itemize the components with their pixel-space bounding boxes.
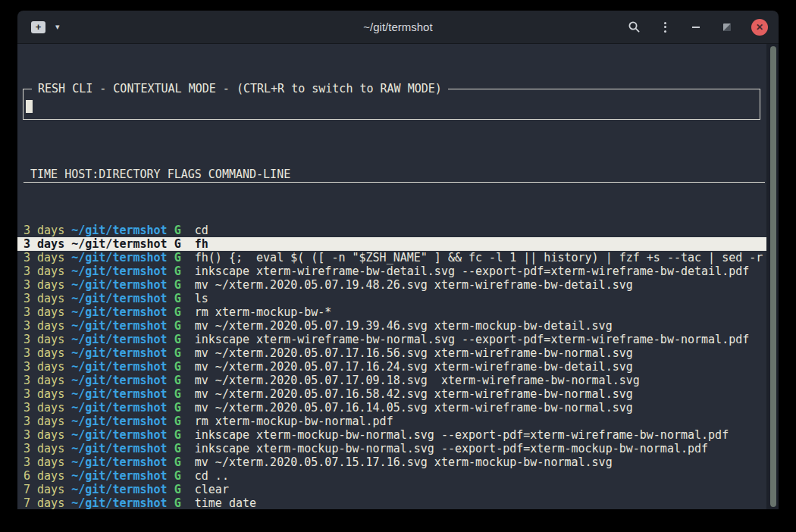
row-command: clear [195,483,229,496]
row-time: 3 days [24,346,64,360]
row-time: 3 days [24,237,64,251]
row-directory: ~/git/termshot [71,237,167,251]
search-button[interactable] [627,20,641,34]
row-directory: ~/git/termshot [71,292,167,305]
history-row[interactable]: 3 days ~/git/termshot G mv ~/xterm.2020.… [17,319,779,333]
row-command: cd [195,224,208,237]
row-command: fh() {; eval $( ([ -n "$ZSH_NAME" ] && f… [195,251,763,264]
row-directory: ~/git/termshot [71,496,167,509]
history-row[interactable]: 6 days ~/git/termshot G cd .. [17,469,779,483]
close-button[interactable]: ✕ [751,19,768,36]
row-time: 6 days [24,469,64,483]
terminal-window: + ▾ ~/git/termshot [17,11,779,509]
history-row[interactable]: 3 days ~/git/termshot G mv ~/xterm.2020.… [17,346,779,360]
row-flag: G [174,374,181,387]
history-row[interactable]: 3 days ~/git/termshot G fh [17,237,766,251]
row-flag: G [174,224,181,237]
row-command: mv ~/xterm.2020.05.07.15.17.16.svg xterm… [195,455,613,469]
close-icon: ✕ [756,23,763,32]
scrollbar-track[interactable] [766,44,779,509]
row-flag: G [174,319,181,333]
row-flag: G [174,360,181,374]
history-row[interactable]: 7 days ~/git/termshot G clear [17,483,779,496]
row-command: mv ~/xterm.2020.05.07.17.09.18.svg xterm… [195,374,640,387]
row-time: 3 days [24,264,64,278]
row-time: 3 days [24,305,64,319]
row-time: 3 days [24,224,64,237]
row-time: 3 days [24,333,64,346]
row-command: mv ~/xterm.2020.05.07.16.14.05.svg xterm… [195,401,633,415]
history-list: 3 days ~/git/termshot G cd3 days ~/git/t… [17,224,779,509]
text-cursor [26,100,33,113]
row-flag: G [174,442,181,455]
row-command: inkscape xterm-mockup-bw-normal.svg --ex… [195,442,708,455]
history-row[interactable]: 3 days ~/git/termshot G rm xterm-mockup-… [17,305,779,319]
row-command: mv ~/xterm.2020.05.07.19.39.46.svg xterm… [195,319,613,333]
row-time: 3 days [24,401,64,415]
history-row[interactable]: 3 days ~/git/termshot G inkscape xterm-w… [17,333,779,346]
history-row[interactable]: 3 days ~/git/termshot G inkscape xterm-m… [17,442,779,455]
row-flag: G [174,469,181,483]
row-command: rm xterm-mockup-bw-* [195,305,332,319]
new-tab-icon: + [36,22,42,32]
row-command: mv ~/xterm.2020.05.07.17.16.24.svg xterm… [195,360,633,374]
row-time: 7 days [24,483,64,496]
row-command: inkscape xterm-wireframe-bw-detail.svg -… [195,264,750,278]
history-row[interactable]: 3 days ~/git/termshot G mv ~/xterm.2020.… [17,360,779,374]
minimize-button[interactable] [689,20,703,34]
chevron-down-icon: ▾ [55,22,60,31]
row-command: cd .. [195,469,229,483]
menu-dots-icon [664,22,666,33]
history-row[interactable]: 3 days ~/git/termshot G mv ~/xterm.2020.… [17,387,779,401]
minimize-icon [692,27,700,28]
row-directory: ~/git/termshot [71,251,167,264]
history-row[interactable]: 3 days ~/git/termshot G ls [17,292,779,305]
row-directory: ~/git/termshot [71,346,167,360]
row-command: time date [195,496,256,509]
row-flag: G [174,346,181,360]
tab-dropdown-button[interactable]: ▾ [55,22,60,32]
row-time: 3 days [24,387,64,401]
row-command: mv ~/xterm.2020.05.07.19.48.26.svg xterm… [195,278,633,292]
row-directory: ~/git/termshot [71,333,167,346]
history-row[interactable]: 3 days ~/git/termshot G inkscape xterm-m… [17,428,779,442]
row-time: 3 days [24,278,64,292]
row-flag: G [174,401,181,415]
row-command: inkscape xterm-wireframe-bw-normal.svg -… [195,333,750,346]
history-row[interactable]: 7 days ~/git/termshot G time date [17,496,779,509]
row-directory: ~/git/termshot [71,360,167,374]
row-directory: ~/git/termshot [71,469,167,483]
row-command: rm xterm-mockup-bw-normal.pdf [195,415,393,428]
row-directory: ~/git/termshot [71,415,167,428]
row-flag: G [174,415,181,428]
history-row[interactable]: 3 days ~/git/termshot G inkscape xterm-w… [17,264,779,278]
row-command: mv ~/xterm.2020.05.07.16.58.42.svg xterm… [195,387,633,401]
row-time: 3 days [24,428,64,442]
row-flag: G [174,292,181,305]
history-row[interactable]: 3 days ~/git/termshot G mv ~/xterm.2020.… [17,455,779,469]
history-row[interactable]: 3 days ~/git/termshot G cd [17,224,779,237]
row-directory: ~/git/termshot [71,224,167,237]
row-flag: G [174,237,181,251]
row-time: 3 days [24,360,64,374]
row-directory: ~/git/termshot [71,387,167,401]
scrollbar-thumb[interactable] [770,46,776,507]
history-row[interactable]: 3 days ~/git/termshot G mv ~/xterm.2020.… [17,401,779,415]
row-command: fh [195,237,208,251]
search-box-title: RESH CLI - CONTEXTUAL MODE - (CTRL+R to … [32,82,448,95]
history-row[interactable]: 3 days ~/git/termshot G mv ~/xterm.2020.… [17,278,779,292]
titlebar[interactable]: + ▾ ~/git/termshot [17,11,779,44]
menu-button[interactable] [658,20,672,34]
row-time: 3 days [24,251,64,264]
row-directory: ~/git/termshot [71,428,167,442]
desktop-background: + ▾ ~/git/termshot [0,0,796,532]
row-flag: G [174,251,181,264]
row-directory: ~/git/termshot [71,264,167,278]
history-row[interactable]: 3 days ~/git/termshot G rm xterm-mockup-… [17,415,779,428]
history-row[interactable]: 3 days ~/git/termshot G mv ~/xterm.2020.… [17,374,779,387]
search-box[interactable]: RESH CLI - CONTEXTUAL MODE - (CTRL+R to … [23,89,760,120]
restore-button[interactable] [720,20,734,34]
row-flag: G [174,455,181,469]
history-row[interactable]: 3 days ~/git/termshot G fh() {; eval $( … [17,251,779,264]
new-tab-button[interactable]: + [31,21,45,33]
